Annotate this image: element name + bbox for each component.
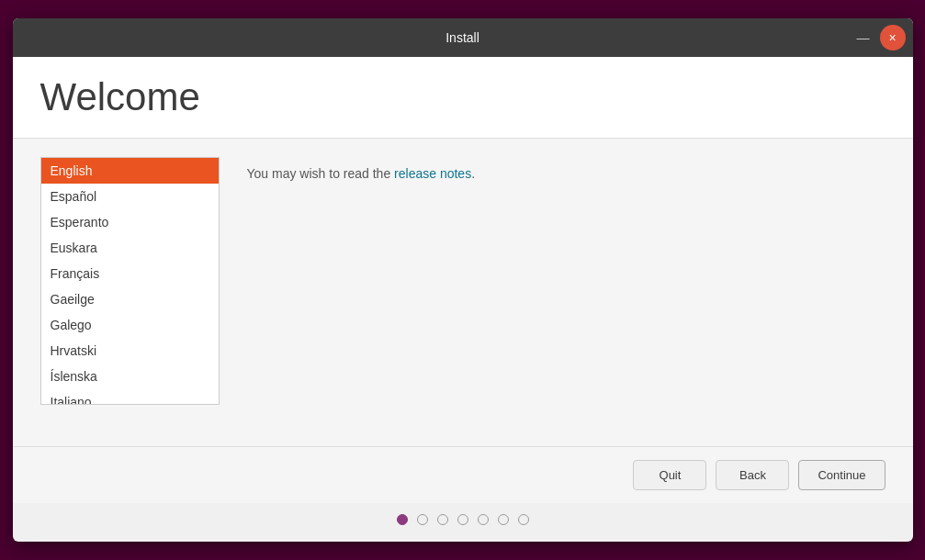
minimize-icon: — — [857, 30, 870, 45]
progress-dot-5 — [498, 514, 509, 525]
language-item-espanol[interactable]: Español — [41, 184, 219, 209]
window-title: Install — [446, 30, 479, 45]
language-item-gaeilge[interactable]: Gaeilge — [41, 286, 219, 312]
language-item-galego[interactable]: Galego — [41, 312, 219, 338]
release-notes-prefix: You may wish to read the — [247, 166, 395, 181]
language-list[interactable]: EnglishEspañolEsperantoEuskaraFrançaisGa… — [40, 157, 220, 405]
close-icon: × — [888, 30, 896, 45]
main-section: EnglishEspañolEsperantoEuskaraFrançaisGa… — [13, 139, 913, 446]
progress-dot-2 — [437, 514, 448, 525]
minimize-button[interactable]: — — [851, 25, 876, 50]
language-item-esperanto[interactable]: Esperanto — [41, 209, 219, 235]
titlebar: Install — × — [13, 18, 913, 57]
release-notes-suffix: . — [471, 166, 475, 181]
language-item-euskara[interactable]: Euskara — [41, 235, 219, 261]
language-item-italiano[interactable]: Italiano — [41, 389, 219, 405]
continue-button[interactable]: Continue — [798, 460, 885, 490]
language-item-english[interactable]: English — [41, 158, 219, 184]
right-panel: You may wish to read the release notes. — [247, 157, 886, 428]
release-notes-text: You may wish to read the release notes. — [247, 166, 886, 181]
progress-dots — [13, 503, 913, 542]
bottom-bar: Quit Back Continue — [13, 446, 913, 503]
progress-dot-6 — [518, 514, 529, 525]
back-button[interactable]: Back — [716, 460, 789, 490]
language-item-islenska[interactable]: Íslenska — [41, 364, 219, 389]
progress-dot-0 — [397, 514, 408, 525]
language-item-francais[interactable]: Français — [41, 261, 219, 286]
window-controls: — × — [851, 25, 906, 50]
progress-dot-1 — [417, 514, 428, 525]
release-notes-link[interactable]: release notes — [394, 166, 471, 181]
page-title: Welcome — [40, 75, 886, 119]
install-window: Install — × Welcome EnglishEspañolEspera… — [13, 18, 913, 542]
content-area: Welcome EnglishEspañolEsperantoEuskaraFr… — [13, 57, 913, 446]
quit-button[interactable]: Quit — [633, 460, 706, 490]
close-button[interactable]: × — [880, 25, 906, 50]
progress-dot-4 — [478, 514, 489, 525]
progress-dot-3 — [457, 514, 468, 525]
language-item-hrvatski[interactable]: Hrvatski — [41, 338, 219, 364]
top-section: Welcome — [13, 57, 913, 139]
